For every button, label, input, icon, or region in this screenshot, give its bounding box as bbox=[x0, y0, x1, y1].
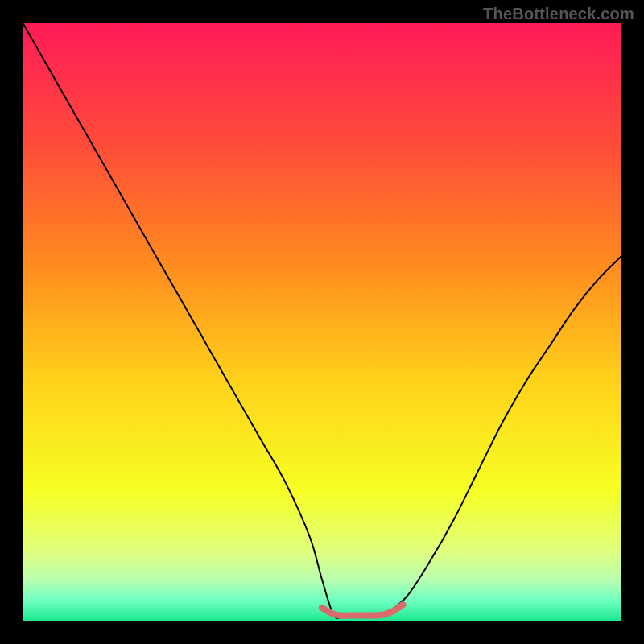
bottleneck-plot bbox=[23, 23, 621, 621]
chart-container: TheBottleneck.com bbox=[0, 0, 644, 644]
gradient-background bbox=[23, 23, 621, 621]
plot-svg bbox=[23, 23, 621, 621]
watermark-text: TheBottleneck.com bbox=[483, 5, 634, 23]
